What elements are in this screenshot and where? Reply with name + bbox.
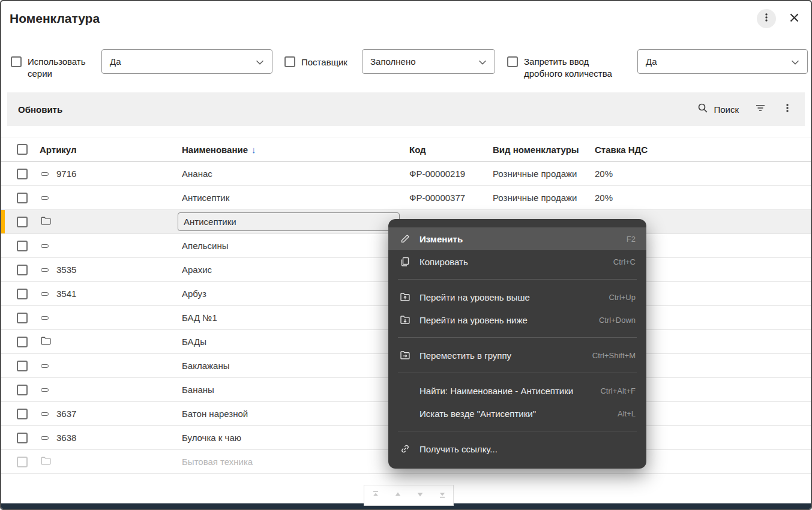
menu-divider	[398, 337, 637, 338]
column-header-code[interactable]: Код	[409, 145, 492, 155]
name-cell: БАД №1	[181, 313, 409, 323]
row-checkbox-cell	[1, 265, 35, 275]
menu-item-label: Копировать	[420, 257, 468, 267]
row-checkbox[interactable]	[17, 313, 28, 323]
menu-shortcut: F2	[627, 235, 636, 244]
table-row[interactable]: АнтисептикФР-00000377Розничные продажи20…	[1, 186, 811, 210]
page-title: Номенклатура	[10, 11, 100, 26]
go-last-button[interactable]	[435, 488, 450, 503]
select-all-checkbox[interactable]	[17, 144, 28, 155]
name-cell	[181, 212, 409, 231]
row-checkbox[interactable]	[17, 433, 28, 443]
close-button[interactable]	[786, 10, 802, 27]
table-row[interactable]: 9716АнанасФР-00000219Розничные продажи20…	[1, 162, 811, 186]
name-value: БАДы	[182, 337, 206, 347]
menu-divider	[398, 373, 637, 373]
row-checkbox[interactable]	[17, 193, 28, 203]
filter-icon	[754, 105, 766, 115]
menu-shortcut: Ctrl+Up	[609, 293, 636, 302]
arrow-down-icon	[415, 490, 425, 502]
column-header-vat[interactable]: Ставка НДС	[594, 145, 811, 155]
kebab-icon	[782, 105, 793, 115]
search-icon	[697, 103, 708, 116]
row-checkbox[interactable]	[17, 289, 28, 299]
go-first-button[interactable]	[368, 488, 383, 503]
vat-value-cell: 20%	[594, 169, 811, 179]
vat-value-cell: 20%	[594, 193, 811, 203]
article-cell: 9716	[35, 169, 181, 179]
name-cell: Антисептик	[181, 193, 409, 203]
menu-item-label: Изменить	[420, 234, 463, 244]
menu-item[interactable]: Перейти на уровень нижеCtrl+Down	[388, 308, 646, 331]
window-menu-button[interactable]	[757, 9, 776, 28]
column-header-article[interactable]: Артикул	[35, 145, 181, 155]
name-cell: Арахис	[181, 265, 409, 275]
menu-item-label: Перейти на уровень ниже	[420, 315, 528, 325]
filter-button[interactable]	[754, 103, 766, 116]
go-down-button[interactable]	[413, 488, 427, 503]
row-checkbox-cell	[1, 169, 35, 179]
row-checkbox[interactable]	[17, 457, 28, 467]
filter-use-series-select[interactable]: Да	[101, 49, 272, 74]
column-header-code-label: Код	[409, 145, 426, 155]
article-cell	[35, 457, 181, 467]
row-checkbox[interactable]	[17, 337, 28, 347]
refresh-button[interactable]: Обновить	[7, 104, 62, 115]
menu-item[interactable]: Искать везде "Антисептики"Alt+L	[388, 402, 646, 425]
code-value-cell: ФР-00000377	[409, 193, 492, 203]
list-toolbar: Обновить Поиск	[7, 92, 805, 126]
filter-supplier-value: Заполнено	[370, 56, 478, 67]
column-header-vat-label: Ставка НДС	[595, 145, 648, 155]
menu-item-label: Перейти на уровень выше	[420, 292, 530, 302]
go-last-icon	[438, 490, 447, 502]
menu-divider	[398, 279, 637, 280]
arrow-up-icon	[393, 490, 403, 502]
search-label: Поиск	[714, 104, 739, 115]
go-up-button[interactable]	[391, 488, 405, 503]
row-checkbox[interactable]	[17, 361, 28, 371]
item-icon	[41, 196, 49, 200]
row-checkbox[interactable]	[17, 217, 28, 227]
filter-no-fraction-value: Да	[646, 56, 791, 67]
menu-item[interactable]: Переместить в группуCtrl+Shift+M	[388, 344, 646, 367]
article-cell	[35, 217, 181, 227]
row-checkbox-cell	[1, 409, 35, 419]
kebab-icon	[761, 12, 772, 25]
filter-use-series-checkbox[interactable]	[11, 56, 22, 67]
column-header-name[interactable]: Наименование ↓	[181, 145, 409, 155]
menu-item[interactable]: ИзменитьF2	[388, 227, 646, 250]
filter-use-series-value: Да	[110, 56, 256, 67]
menu-item[interactable]: Найти: Наименование - АнтисептикиCtrl+Al…	[388, 379, 646, 402]
article-cell: 3535	[35, 265, 181, 275]
column-header-kind[interactable]: Вид номенклатуры	[492, 145, 594, 155]
name-edit-input[interactable]	[178, 212, 400, 231]
menu-item-label: Получить ссылку...	[420, 444, 498, 454]
menu-item[interactable]: Получить ссылку...	[388, 437, 646, 460]
window-header: Номенклатура	[1, 1, 811, 36]
link-icon	[399, 443, 411, 454]
row-checkbox-cell	[1, 385, 35, 395]
row-checkbox[interactable]	[17, 241, 28, 251]
kind-value-cell: Розничные продажи	[492, 169, 594, 179]
row-checkbox[interactable]	[17, 265, 28, 275]
row-checkbox[interactable]	[17, 409, 28, 419]
filter-supplier-checkbox[interactable]	[284, 56, 295, 67]
item-icon	[41, 388, 49, 392]
name-value: Булочка к чаю	[182, 433, 241, 443]
item-icon	[41, 436, 49, 440]
pager	[364, 485, 454, 506]
search-button[interactable]: Поиск	[697, 103, 739, 116]
filter-supplier-label: Поставщик	[301, 56, 347, 68]
menu-item[interactable]: Перейти на уровень вышеCtrl+Up	[388, 286, 646, 308]
toolbar-menu-button[interactable]	[782, 103, 793, 116]
filter-no-fraction-select[interactable]: Да	[637, 49, 808, 74]
filter-supplier-select[interactable]: Заполнено	[362, 49, 495, 74]
menu-item[interactable]: КопироватьCtrl+C	[388, 250, 646, 273]
filter-no-fraction-checkbox[interactable]	[507, 56, 518, 67]
name-cell: Бананы	[181, 385, 409, 395]
sort-desc-icon: ↓	[251, 145, 256, 155]
row-checkbox[interactable]	[17, 169, 28, 179]
article-value: 3535	[56, 265, 76, 275]
name-value: Баклажаны	[182, 361, 229, 371]
row-checkbox[interactable]	[17, 385, 28, 395]
